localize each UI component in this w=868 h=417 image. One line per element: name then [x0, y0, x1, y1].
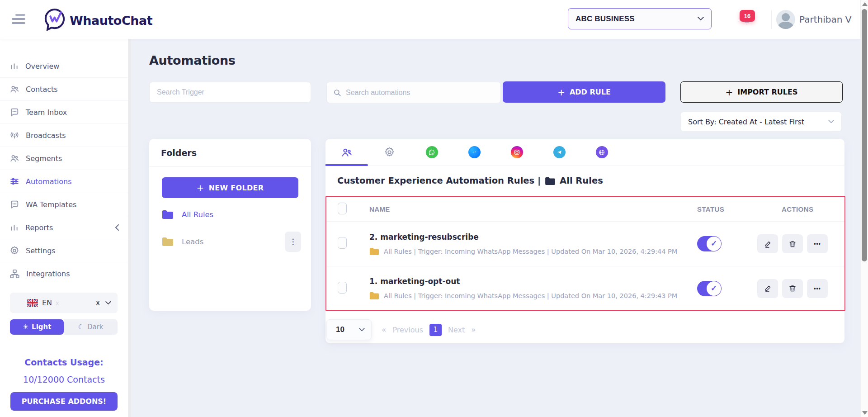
plus-icon: +: [725, 87, 733, 98]
previous-page-button[interactable]: Previous: [392, 326, 423, 334]
search-automations-box: [326, 82, 501, 103]
sidebar-item-settings[interactable]: Settings: [0, 239, 128, 262]
hamburger-menu-icon[interactable]: [12, 14, 25, 25]
table-row: 1. marketing-opt-out All Rules | Trigger…: [326, 266, 844, 310]
chevron-left-icon: [115, 224, 119, 231]
top-header: WhautoChat ABC BUSINESS 16 Parthiban V: [0, 0, 860, 39]
page-scrollbar[interactable]: [860, 0, 868, 417]
header-divider: [771, 10, 772, 29]
uk-flag-icon: [27, 299, 38, 307]
more-actions-button[interactable]: •••: [807, 234, 828, 253]
edit-rule-button[interactable]: [757, 234, 778, 253]
table-row: 2. marketing-resubscribe All Rules | Tri…: [326, 222, 844, 266]
bar-chart-icon: [9, 223, 19, 232]
user-name[interactable]: Parthiban V: [799, 14, 851, 25]
instagram-icon: [511, 146, 523, 158]
sidebar-item-automations[interactable]: Automations: [0, 170, 128, 193]
status-toggle-on[interactable]: ✓: [697, 236, 722, 251]
rule-meta: All Rules | Trigger: Incoming WhatsApp M…: [384, 292, 677, 299]
trash-icon: [788, 284, 797, 293]
language-code: EN: [42, 299, 52, 307]
more-actions-button[interactable]: •••: [807, 279, 828, 298]
people-icon: [9, 153, 19, 163]
business-selector-dropdown[interactable]: ABC BUSINESS: [568, 8, 712, 29]
contacts-usage-title: Contacts Usage:: [0, 357, 128, 367]
tab-whatsapp[interactable]: [410, 139, 453, 166]
sidebar: Overview Contacts Team Inbox Broadcasts …: [0, 39, 128, 417]
purchase-addons-button[interactable]: PURCHASE ADDONS!: [10, 392, 118, 411]
scrollbar-thumb[interactable]: [862, 9, 867, 261]
current-page[interactable]: 1: [429, 324, 442, 336]
ellipsis-icon: •••: [814, 285, 821, 292]
clear-language-icon[interactable]: x: [96, 298, 100, 308]
channel-tabs: [326, 139, 844, 166]
sidebar-item-segments[interactable]: Segments: [0, 147, 128, 170]
tab-instagram[interactable]: [495, 139, 538, 166]
folder-icon: [369, 292, 379, 300]
user-avatar[interactable]: [776, 10, 795, 29]
delete-rule-button[interactable]: [782, 234, 803, 253]
folder-item-all-rules[interactable]: All Rules: [149, 204, 311, 225]
chevron-down-icon: [105, 301, 111, 305]
business-selector-value: ABC BUSINESS: [576, 14, 635, 24]
language-selector[interactable]: EN x x: [10, 293, 118, 313]
plus-icon: +: [557, 87, 565, 98]
sidebar-item-broadcasts[interactable]: Broadcasts: [0, 124, 128, 147]
sidebar-item-overview[interactable]: Overview: [0, 55, 128, 78]
search-trigger-input[interactable]: [149, 82, 311, 103]
chat-bubble-icon: [9, 107, 19, 117]
add-rule-button[interactable]: + ADD RULE: [503, 81, 665, 103]
tab-web[interactable]: [580, 139, 623, 166]
trash-icon: [788, 240, 797, 248]
rules-title-folder: All Rules: [560, 175, 603, 186]
scroll-up-arrow-icon[interactable]: [862, 2, 868, 6]
rule-meta: All Rules | Trigger: Incoming WhatsApp M…: [384, 248, 677, 255]
folders-title: Folders: [149, 139, 311, 167]
next-page-button[interactable]: Next: [448, 326, 465, 334]
sidebar-scroll-strip[interactable]: [128, 39, 131, 417]
notifications-button[interactable]: 16: [738, 10, 758, 28]
rule-name[interactable]: 2. marketing-resubscribe: [369, 232, 697, 242]
theme-dark-button[interactable]: ☾ Dark: [64, 319, 118, 335]
sidebar-item-integrations[interactable]: Integrations: [0, 262, 128, 285]
rules-table: NAME STATUS ACTIONS 2. marketing-resubsc…: [326, 196, 845, 311]
select-all-checkbox[interactable]: [338, 203, 347, 214]
sidebar-item-team-inbox[interactable]: Team Inbox: [0, 101, 128, 124]
contacts-usage-value: 10/12000 Contacts: [0, 374, 128, 384]
tab-all-channels[interactable]: [326, 139, 368, 166]
scroll-down-arrow-icon[interactable]: [862, 411, 868, 415]
sidebar-item-wa-templates[interactable]: WA Templates: [0, 193, 128, 216]
search-icon: [333, 89, 341, 97]
notification-count-badge: 16: [740, 10, 755, 22]
edit-pencil-icon: [764, 284, 772, 293]
whatsapp-icon: [426, 146, 438, 158]
page-size-dropdown[interactable]: 10: [326, 319, 372, 340]
first-page-icon[interactable]: «: [382, 325, 386, 334]
sort-by-dropdown[interactable]: Sort By: Created At - Latest First: [680, 112, 842, 132]
import-rules-button[interactable]: + IMPORT RULES: [680, 81, 843, 103]
sidebar-item-reports[interactable]: Reports: [0, 216, 128, 239]
tab-telegram[interactable]: [538, 139, 580, 166]
theme-light-button[interactable]: ☀ Light: [10, 319, 64, 335]
column-actions: ACTIONS: [754, 205, 844, 213]
row-checkbox[interactable]: [338, 282, 347, 294]
folder-item-leads[interactable]: Leads ⋮: [149, 231, 311, 252]
folder-icon: [369, 247, 379, 256]
brand-logo[interactable]: WhautoChat: [44, 8, 152, 33]
search-automations-input[interactable]: [346, 89, 494, 97]
delete-rule-button[interactable]: [782, 279, 803, 298]
edit-rule-button[interactable]: [757, 279, 778, 298]
telegram-icon: [553, 146, 566, 158]
folder-menu-button[interactable]: ⋮: [285, 232, 301, 252]
new-folder-button[interactable]: + NEW FOLDER: [162, 177, 298, 198]
row-checkbox[interactable]: [338, 237, 347, 249]
status-toggle-on[interactable]: ✓: [697, 281, 722, 296]
sliders-icon: [9, 176, 19, 186]
tab-settings[interactable]: [368, 139, 410, 166]
last-page-icon[interactable]: »: [471, 325, 476, 334]
rule-name[interactable]: 1. marketing-opt-out: [369, 277, 697, 286]
sun-icon: ☀: [23, 323, 28, 331]
tab-messenger[interactable]: [453, 139, 495, 166]
folders-panel: Folders + NEW FOLDER All Rules Leads ⋮: [149, 139, 311, 311]
sidebar-item-contacts[interactable]: Contacts: [0, 78, 128, 101]
